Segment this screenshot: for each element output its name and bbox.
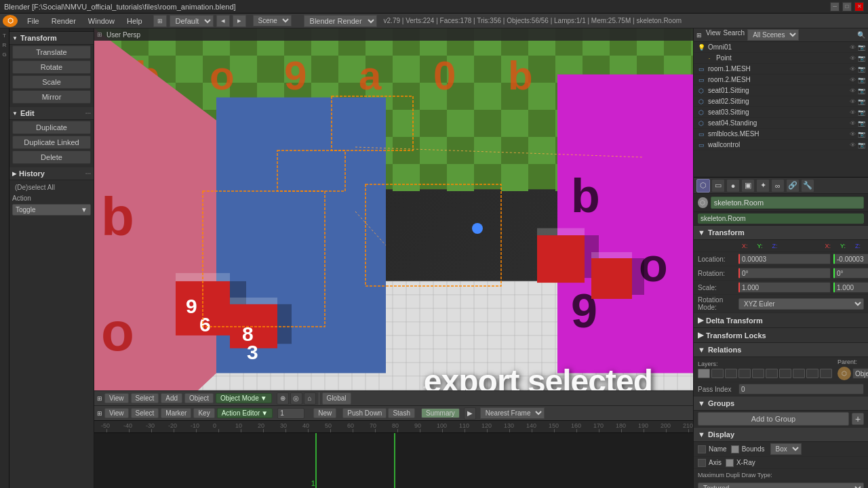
particle-props-icon[interactable]: ✦ xyxy=(756,179,770,192)
pass-index-input[interactable] xyxy=(738,384,864,394)
timeline-corner-icon[interactable]: ⊞ xyxy=(97,410,102,417)
scale-y-input[interactable] xyxy=(833,282,868,293)
layer-2[interactable] xyxy=(711,369,724,378)
groups-header[interactable]: ▼ Groups xyxy=(694,396,868,411)
xray-checkbox[interactable] xyxy=(726,459,734,467)
timeline-marker-btn[interactable]: Marker xyxy=(161,408,191,418)
viewport-corner-icon[interactable]: ⊞ xyxy=(97,395,102,402)
summary-btn[interactable]: Summary xyxy=(421,408,460,418)
render-icon[interactable]: 📷 xyxy=(858,142,865,148)
layer-5[interactable] xyxy=(752,369,764,378)
translate-button[interactable]: Translate xyxy=(12,45,91,59)
parent-input[interactable] xyxy=(852,368,868,379)
render-icon[interactable]: 📷 xyxy=(858,98,865,105)
scene-select[interactable]: Scene xyxy=(253,15,292,26)
constraint-props-icon[interactable]: 🔗 xyxy=(786,179,800,192)
object-button[interactable]: Object xyxy=(184,393,214,403)
timeline-content[interactable]: 1 xyxy=(94,433,693,488)
edit-section-header[interactable]: ▼ Edit ··· xyxy=(9,107,94,120)
outliner-item[interactable]: ▭ room.1.MESH 👁 📷 xyxy=(694,64,868,75)
outliner-view-tab[interactable]: View xyxy=(706,29,721,41)
action-editor-select[interactable]: Action Editor ▼ xyxy=(217,408,273,418)
layer-1[interactable] xyxy=(698,369,710,378)
viewport[interactable]: ⊞ User Persp export selected (1) skeleto… xyxy=(94,28,693,488)
play-icon[interactable]: ▶ xyxy=(464,407,476,420)
visibility-icon[interactable]: 👁 xyxy=(850,109,856,116)
view-button[interactable]: View xyxy=(104,393,129,403)
outliner-item[interactable]: 💡 Omni01 👁 📷 xyxy=(694,42,868,53)
loc-y-input[interactable] xyxy=(833,253,868,264)
outliner-item[interactable]: ⬡ seat04.Standing 👁 📷 xyxy=(694,118,868,129)
material-props-icon[interactable]: ● xyxy=(726,179,740,192)
visibility-icon[interactable]: 👁 xyxy=(850,98,856,105)
timeline-select-btn[interactable]: Select xyxy=(131,408,159,418)
object-props-icon[interactable]: ⬡ xyxy=(696,179,710,192)
grease-icon[interactable]: G xyxy=(1,50,9,58)
loc-x-input[interactable] xyxy=(738,253,831,264)
visibility-icon[interactable]: 👁 xyxy=(850,77,856,83)
visibility-icon[interactable]: 👁 xyxy=(850,120,856,127)
minimize-button[interactable]: ─ xyxy=(830,2,840,12)
visibility-icon[interactable]: 👁 xyxy=(850,66,856,73)
transform-section-header[interactable]: ▼ Transform xyxy=(9,32,94,45)
relations-icon[interactable]: R xyxy=(1,41,9,49)
layout-btn-left[interactable]: ◂ xyxy=(216,15,230,27)
action-toggle[interactable]: Toggle ▼ xyxy=(12,204,91,216)
modifier-props-icon[interactable]: 🔧 xyxy=(801,179,814,192)
visibility-icon[interactable]: 👁 xyxy=(850,44,856,51)
add-button[interactable]: Add xyxy=(161,393,182,403)
relations-header[interactable]: ▼ Relations xyxy=(694,343,868,357)
timeline-key-btn[interactable]: Key xyxy=(193,408,214,418)
timeline-view-btn[interactable]: View xyxy=(104,408,129,418)
layout-btn-right[interactable]: ▸ xyxy=(233,15,246,27)
transform-prop-header[interactable]: ▼ Transform xyxy=(694,226,868,240)
rotation-mode-select[interactable]: XYZ Euler xyxy=(738,298,864,310)
layer-3[interactable] xyxy=(725,369,737,378)
render-icon[interactable]: 📷 xyxy=(858,120,865,127)
layer-8[interactable] xyxy=(793,369,805,378)
visibility-icon[interactable]: 👁 xyxy=(850,131,856,138)
push-down-btn[interactable]: Push Down xyxy=(342,408,387,418)
render-icon[interactable]: 📷 xyxy=(858,131,865,138)
name-checkbox[interactable] xyxy=(698,445,706,453)
visibility-icon[interactable]: 👁 xyxy=(850,87,856,94)
bounds-checkbox[interactable] xyxy=(731,445,739,453)
outliner-scene-select[interactable]: All Scenes xyxy=(747,29,799,41)
delta-transform-header[interactable]: ▶ Delta Transform xyxy=(694,313,868,328)
help-menu[interactable]: Help xyxy=(121,16,148,26)
outliner-item[interactable]: ⬡ seat03.Sitting 👁 📷 xyxy=(694,107,868,118)
object-name-input[interactable] xyxy=(711,197,864,209)
render-menu[interactable]: Render xyxy=(46,16,81,26)
file-menu[interactable]: File xyxy=(22,16,45,26)
transform-locks-header[interactable]: ▶ Transform Locks xyxy=(694,328,868,343)
object-mode-select[interactable]: Object Mode ▼ xyxy=(216,393,272,403)
frame-input[interactable] xyxy=(277,408,304,419)
outliner-item[interactable]: ▭ room.2.MESH 👁 📷 xyxy=(694,75,868,85)
scale-x-input[interactable] xyxy=(738,282,831,293)
snap-icon[interactable]: ⌂ xyxy=(304,392,316,405)
mirror-button[interactable]: Mirror xyxy=(12,90,91,104)
layer-6[interactable] xyxy=(766,369,778,378)
window-menu[interactable]: Window xyxy=(83,16,120,26)
close-button[interactable]: ✕ xyxy=(854,2,864,12)
outliner-search-tab[interactable]: Search xyxy=(724,29,745,41)
duplicate-linked-button[interactable]: Duplicate Linked xyxy=(12,136,91,149)
scale-button[interactable]: Scale xyxy=(12,75,91,89)
manipulator-icon[interactable]: ⊕ xyxy=(277,392,289,405)
tools-icon[interactable]: T xyxy=(1,31,9,39)
outliner-item[interactable]: ▭ smlblocks.MESH 👁 📷 xyxy=(694,129,868,140)
history-section-header[interactable]: ▶ History ··· xyxy=(9,167,94,180)
render-icon[interactable]: 📷 xyxy=(858,55,865,62)
add-group-plus-btn[interactable]: + xyxy=(852,413,864,425)
new-button[interactable]: New xyxy=(313,408,336,418)
outliner-item[interactable]: · Point 👁 📷 xyxy=(694,53,868,64)
display-header[interactable]: ▼ Display xyxy=(694,428,868,442)
render-icon[interactable]: 📷 xyxy=(858,77,865,83)
outliner-item[interactable]: ⬡ seat01.Sitting 👁 📷 xyxy=(694,85,868,96)
deselect-all-label[interactable]: (De)select All xyxy=(12,183,91,192)
rotate-button[interactable]: Rotate xyxy=(12,60,91,74)
delete-button[interactable]: Delete xyxy=(12,150,91,164)
axis-checkbox[interactable] xyxy=(698,459,706,467)
rot-x-input[interactable] xyxy=(738,268,831,279)
render-engine-select[interactable]: Blender Render xyxy=(304,15,377,27)
